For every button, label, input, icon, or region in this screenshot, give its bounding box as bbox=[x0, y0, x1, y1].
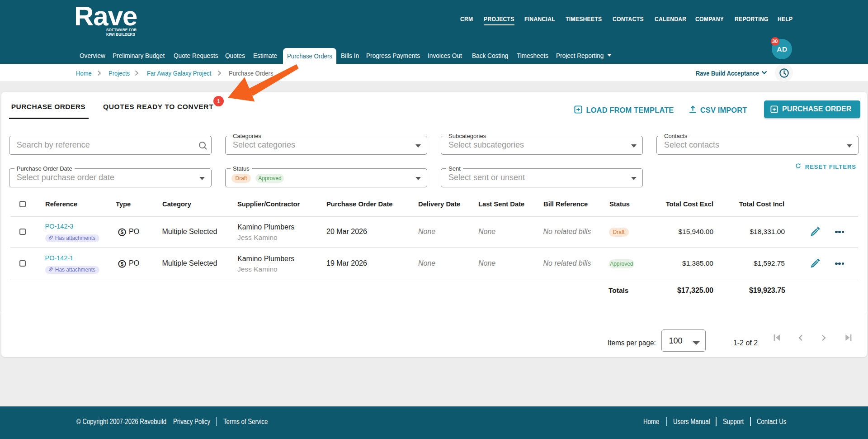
svg-text:$: $ bbox=[121, 229, 124, 235]
svg-text:$: $ bbox=[121, 261, 124, 267]
